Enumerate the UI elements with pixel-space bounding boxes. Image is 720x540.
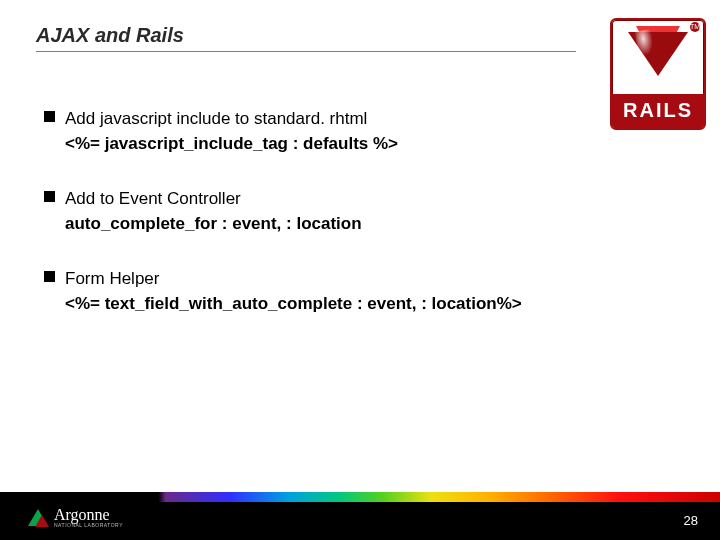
argonne-logo: Argonne NATIONAL LABORATORY: [28, 507, 123, 528]
list-item: Form Helper <%= text_field_with_auto_com…: [44, 268, 684, 316]
lab-name: Argonne: [54, 507, 123, 523]
lab-subtitle: NATIONAL LABORATORY: [54, 523, 123, 528]
square-bullet-icon: [44, 191, 55, 202]
item-heading: Add to Event Controller: [65, 189, 241, 208]
title-underline: [36, 51, 576, 52]
item-heading: Form Helper: [65, 269, 159, 288]
item-text: Add javascript include to standard. rhtm…: [65, 108, 398, 156]
item-heading: Add javascript include to standard. rhtm…: [65, 109, 367, 128]
item-text: Add to Event Controller auto_complete_fo…: [65, 188, 362, 236]
item-code: <%= text_field_with_auto_complete : even…: [65, 293, 522, 316]
page-number: 28: [684, 513, 698, 528]
ruby-gem-icon: [621, 26, 695, 94]
content-list: Add javascript include to standard. rhtm…: [36, 108, 684, 316]
slide: AJAX and Rails TM RAILS Add javascript i…: [0, 0, 720, 540]
item-code: auto_complete_for : event, : location: [65, 213, 362, 236]
square-bullet-icon: [44, 271, 55, 282]
argonne-triangle-icon: [28, 509, 48, 526]
item-text: Form Helper <%= text_field_with_auto_com…: [65, 268, 522, 316]
footer: Argonne NATIONAL LABORATORY 28: [0, 492, 720, 540]
square-bullet-icon: [44, 111, 55, 122]
item-code: <%= javascript_include_tag : defaults %>: [65, 133, 398, 156]
list-item: Add to Event Controller auto_complete_fo…: [44, 188, 684, 236]
list-item: Add javascript include to standard. rhtm…: [44, 108, 684, 156]
footer-bar: Argonne NATIONAL LABORATORY 28: [0, 502, 720, 540]
spectrum-bar: [0, 492, 720, 502]
rails-logo-text: RAILS: [612, 94, 704, 128]
rails-logo: TM RAILS: [610, 18, 706, 130]
slide-title: AJAX and Rails: [36, 24, 684, 47]
